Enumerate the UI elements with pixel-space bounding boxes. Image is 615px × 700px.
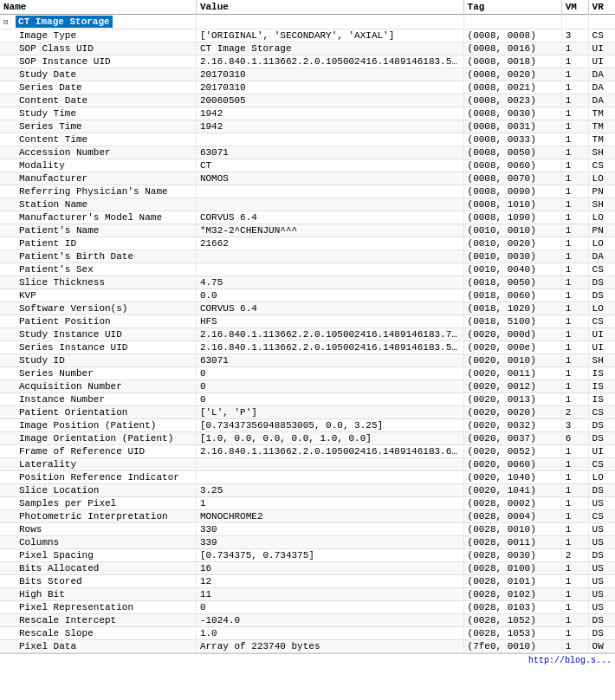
row-name: Series Instance UID bbox=[0, 341, 196, 354]
row-name: Rows bbox=[0, 523, 196, 536]
row-tag: (0018, 0060) bbox=[463, 289, 561, 302]
table-row[interactable]: Photometric InterpretationMONOCHROME2(00… bbox=[0, 510, 615, 523]
row-name: Laterality bbox=[0, 458, 196, 471]
table-row[interactable]: High Bit11(0028, 0102)1US bbox=[0, 588, 615, 601]
row-tag: (0020, 0011) bbox=[463, 367, 561, 380]
row-value: MONOCHROME2 bbox=[196, 510, 463, 523]
row-vr: PN bbox=[588, 185, 615, 198]
table-row[interactable]: Laterality(0020, 0060)1CS bbox=[0, 458, 615, 471]
table-row[interactable]: Manufacturer's Model NameCORVUS 6.4(0008… bbox=[0, 211, 615, 224]
table-row[interactable]: Rescale Intercept-1024.0(0028, 1052)1DS bbox=[0, 614, 615, 627]
table-row[interactable]: Rescale Slope1.0(0028, 1053)1DS bbox=[0, 627, 615, 640]
row-vm: 1 bbox=[561, 354, 588, 367]
table-row[interactable]: Patient's Sex(0010, 0040)1CS bbox=[0, 263, 615, 276]
row-vm: 1 bbox=[561, 263, 588, 276]
table-row[interactable]: Samples per Pixel1(0028, 0002)1US bbox=[0, 497, 615, 510]
table-row[interactable]: Patient ID21662(0010, 0020)1LO bbox=[0, 237, 615, 250]
table-row[interactable]: Position Reference Indicator(0020, 1040)… bbox=[0, 471, 615, 484]
table-row[interactable]: Rows330(0028, 0010)1US bbox=[0, 523, 615, 536]
row-name: Image Position (Patient) bbox=[0, 419, 196, 432]
row-vm: 1 bbox=[561, 237, 588, 250]
table-row[interactable]: ModalityCT(0008, 0060)1CS bbox=[0, 159, 615, 172]
row-vr: CS bbox=[588, 263, 615, 276]
row-vr: CS bbox=[588, 159, 615, 172]
row-vr: UI bbox=[588, 55, 615, 68]
table-row[interactable]: Columns339(0028, 0011)1US bbox=[0, 536, 615, 549]
row-tag: (0018, 0050) bbox=[463, 276, 561, 289]
row-vm: 1 bbox=[561, 471, 588, 484]
row-tag: (0020, 0012) bbox=[463, 380, 561, 393]
table-row[interactable]: Series Date20170310(0008, 0021)1DA bbox=[0, 81, 615, 94]
row-vm: 1 bbox=[561, 42, 588, 55]
table-row[interactable]: Frame of Reference UID2.16.840.1.113662.… bbox=[0, 445, 615, 458]
row-vr: UI bbox=[588, 445, 615, 458]
table-row[interactable]: KVP0.0(0018, 0060)1DS bbox=[0, 289, 615, 302]
table-row[interactable]: Instance Number0(0020, 0013)1IS bbox=[0, 393, 615, 406]
row-value: HFS bbox=[196, 315, 463, 328]
table-row[interactable]: Patient Orientation['L', 'P'](0020, 0020… bbox=[0, 406, 615, 419]
row-name: Software Version(s) bbox=[0, 302, 196, 315]
row-tag: (0020, 0013) bbox=[463, 393, 561, 406]
table-row[interactable]: Referring Physician's Name(0008, 0090)1P… bbox=[0, 185, 615, 198]
table-row[interactable]: Patient's Birth Date(0010, 0030)1DA bbox=[0, 250, 615, 263]
row-value: ['ORIGINAL', 'SECONDARY', 'AXIAL'] bbox=[196, 29, 463, 42]
table-row[interactable]: Slice Location3.25(0020, 1041)1DS bbox=[0, 484, 615, 497]
table-row[interactable]: Study Date20170310(0008, 0020)1DA bbox=[0, 68, 615, 81]
table-row[interactable]: Slice Thickness4.75(0018, 0050)1DS bbox=[0, 276, 615, 289]
table-row[interactable]: Accession Number63071(0008, 0050)1SH bbox=[0, 146, 615, 159]
root-row-vm bbox=[561, 15, 588, 29]
row-vm: 1 bbox=[561, 198, 588, 211]
expand-icon[interactable]: ⊟ bbox=[3, 18, 8, 27]
table-row[interactable]: Series Instance UID2.16.840.1.113662.2.0… bbox=[0, 341, 615, 354]
row-tag: (0020, 1041) bbox=[463, 484, 561, 497]
root-row-name[interactable]: ⊟ CT Image Storage bbox=[0, 15, 196, 29]
row-name: Modality bbox=[0, 159, 196, 172]
row-vm: 1 bbox=[561, 172, 588, 185]
table-row[interactable]: Pixel DataArray of 223740 bytes(7fe0, 00… bbox=[0, 640, 615, 653]
row-tag: (0010, 0020) bbox=[463, 237, 561, 250]
row-vm: 1 bbox=[561, 315, 588, 328]
table-row[interactable]: Content Time(0008, 0033)1TM bbox=[0, 133, 615, 146]
table-row[interactable]: Series Number0(0020, 0011)1IS bbox=[0, 367, 615, 380]
row-name: Instance Number bbox=[0, 393, 196, 406]
table-row[interactable]: Study Time1942(0008, 0030)1TM bbox=[0, 107, 615, 120]
table-row[interactable]: Patient's Name*M32-2^CHENJUN^^^(0010, 00… bbox=[0, 224, 615, 237]
row-vr: US bbox=[588, 523, 615, 536]
row-tag: (0008, 1010) bbox=[463, 198, 561, 211]
row-vr: DA bbox=[588, 250, 615, 263]
table-row[interactable]: Bits Stored12(0028, 0101)1US bbox=[0, 575, 615, 588]
row-vr: US bbox=[588, 497, 615, 510]
table-row[interactable]: Series Time1942(0008, 0031)1TM bbox=[0, 120, 615, 133]
row-vm: 3 bbox=[561, 29, 588, 42]
root-row[interactable]: ⊟ CT Image Storage bbox=[0, 15, 615, 29]
table-row[interactable]: Pixel Representation0(0028, 0103)1US bbox=[0, 601, 615, 614]
table-row[interactable]: Software Version(s)CORVUS 6.4(0018, 1020… bbox=[0, 302, 615, 315]
row-name: Manufacturer bbox=[0, 172, 196, 185]
row-value: 0 bbox=[196, 601, 463, 614]
row-vm: 1 bbox=[561, 640, 588, 653]
row-value: 1.0 bbox=[196, 627, 463, 640]
table-row[interactable]: Study ID63071(0020, 0010)1SH bbox=[0, 354, 615, 367]
table-row[interactable]: Content Date20060505(0008, 0023)1DA bbox=[0, 94, 615, 107]
header-vm: VM bbox=[561, 0, 588, 15]
table-row[interactable]: Patient PositionHFS(0018, 5100)1CS bbox=[0, 315, 615, 328]
table-row[interactable]: Image Orientation (Patient)[1.0, 0.0, 0.… bbox=[0, 432, 615, 445]
row-tag: (0008, 0008) bbox=[463, 29, 561, 42]
row-vr: CS bbox=[588, 510, 615, 523]
row-vr: SH bbox=[588, 146, 615, 159]
root-label: CT Image Storage bbox=[16, 16, 113, 28]
table-row[interactable]: Acquisition Number0(0020, 0012)1IS bbox=[0, 380, 615, 393]
table-row[interactable]: Image Type['ORIGINAL', 'SECONDARY', 'AXI… bbox=[0, 29, 615, 42]
row-name: Content Date bbox=[0, 94, 196, 107]
table-row[interactable]: Station Name(0008, 1010)1SH bbox=[0, 198, 615, 211]
row-name: Rescale Slope bbox=[0, 627, 196, 640]
table-row[interactable]: Study Instance UID2.16.840.1.113662.2.0.… bbox=[0, 328, 615, 341]
table-header: Name Value Tag VM VR bbox=[0, 0, 615, 15]
row-value: 339 bbox=[196, 536, 463, 549]
table-row[interactable]: Bits Allocated16(0028, 0100)1US bbox=[0, 562, 615, 575]
table-row[interactable]: Image Position (Patient)[0.7343735694885… bbox=[0, 419, 615, 432]
table-row[interactable]: Pixel Spacing[0.734375, 0.734375](0028, … bbox=[0, 549, 615, 562]
table-row[interactable]: SOP Class UIDCT Image Storage(0008, 0016… bbox=[0, 42, 615, 55]
table-row[interactable]: SOP Instance UID2.16.840.1.113662.2.0.10… bbox=[0, 55, 615, 68]
table-row[interactable]: ManufacturerNOMOS(0008, 0070)1LO bbox=[0, 172, 615, 185]
